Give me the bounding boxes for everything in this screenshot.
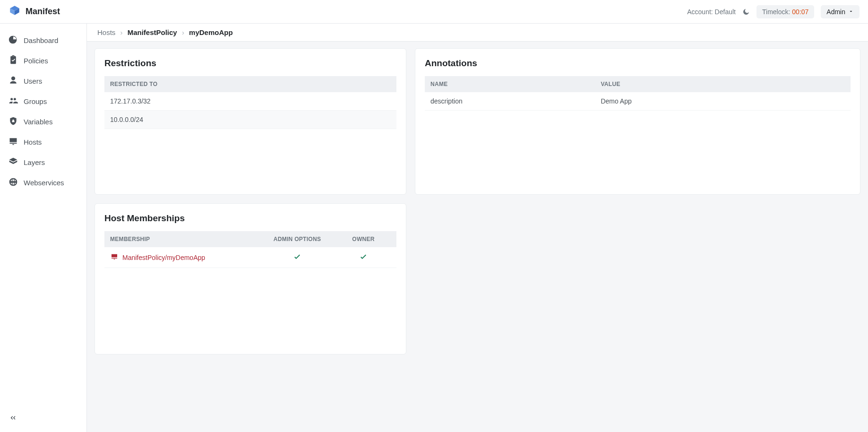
sidebar-item-label: Variables [24, 118, 52, 126]
annotations-table: NAME VALUE description Demo App [425, 76, 851, 111]
chevron-down-icon [848, 8, 854, 16]
check-icon [293, 255, 301, 262]
membership-label: ManifestPolicy/myDemoApp [122, 254, 205, 261]
topbar: Manifest Account: Default Timelock: 00:0… [0, 0, 868, 24]
sidebar-collapse-button[interactable] [0, 414, 86, 425]
memberships-table: MEMBERSHIP ADMIN OPTIONS OWNER ManifestP… [104, 231, 396, 268]
timelock-badge[interactable]: Timelock: 00:07 [756, 5, 814, 18]
sidebar-item-label: Groups [24, 97, 47, 105]
annotation-name: description [425, 92, 595, 111]
globe-icon [9, 177, 18, 188]
sidebar-item-groups[interactable]: Groups [0, 91, 86, 112]
table-row: 10.0.0.0/24 [104, 111, 396, 129]
table-header: MEMBERSHIP [104, 231, 264, 247]
table-header: NAME [425, 76, 595, 92]
theme-toggle[interactable] [742, 8, 750, 16]
account-label[interactable]: Account: Default [687, 8, 736, 16]
chevrons-left-icon [9, 416, 17, 423]
sidebar-item-users[interactable]: Users [0, 71, 86, 91]
table-row: ManifestPolicy/myDemoApp [104, 247, 396, 268]
chevron-right-icon: › [120, 28, 123, 36]
pie-chart-icon [9, 35, 18, 46]
desktop-icon [110, 253, 119, 262]
sidebar-item-hosts[interactable]: Hosts [0, 132, 86, 152]
shield-lock-icon [9, 116, 18, 127]
restriction-value: 10.0.0.0/24 [104, 111, 396, 129]
user-menu[interactable]: Admin [821, 5, 859, 18]
sidebar-item-label: Users [24, 77, 42, 85]
sidebar-item-layers[interactable]: Layers [0, 152, 86, 173]
sidebar-item-label: Hosts [24, 138, 42, 146]
annotations-card: Annotations NAME VALUE description Demo … [415, 48, 860, 195]
clipboard-check-icon [9, 55, 18, 66]
sidebar-item-webservices[interactable]: Webservices [0, 173, 86, 193]
host-memberships-card: Host Memberships MEMBERSHIP ADMIN OPTION… [95, 203, 406, 354]
timelock-label: Timelock: [762, 8, 792, 16]
card-title: Restrictions [104, 58, 396, 69]
chevron-right-icon: › [182, 28, 184, 36]
user-label: Admin [826, 8, 845, 16]
restrictions-table: RESTRICTED TO 172.17.0.3/32 10.0.0.0/24 [104, 76, 396, 129]
layers-icon [9, 157, 18, 168]
restriction-value: 172.17.0.3/32 [104, 92, 396, 111]
main: Hosts › ManifestPolicy › myDemoApp Restr… [87, 24, 868, 432]
breadcrumb: Hosts › ManifestPolicy › myDemoApp [87, 24, 868, 42]
table-header: ADMIN OPTIONS [264, 231, 330, 247]
card-title: Annotations [425, 58, 851, 69]
sidebar: Dashboard Policies Users Groups Variable… [0, 24, 87, 432]
sidebar-item-policies[interactable]: Policies [0, 51, 86, 71]
timelock-value: 00:07 [792, 8, 808, 16]
table-header: VALUE [595, 76, 851, 92]
topbar-right: Account: Default Timelock: 00:07 Admin [687, 5, 859, 18]
users-icon [9, 96, 18, 107]
table-header: RESTRICTED TO [104, 76, 396, 92]
desktop-icon [9, 137, 18, 147]
sidebar-item-variables[interactable]: Variables [0, 112, 86, 132]
brand[interactable]: Manifest [9, 5, 60, 18]
sidebar-item-label: Webservices [24, 179, 64, 187]
table-row: description Demo App [425, 92, 851, 111]
table-header: OWNER [330, 231, 396, 247]
breadcrumb-root[interactable]: Hosts [97, 28, 115, 36]
user-icon [9, 76, 18, 86]
brand-text: Manifest [26, 7, 60, 17]
membership-link[interactable]: ManifestPolicy/myDemoApp [110, 253, 205, 262]
sidebar-item-dashboard[interactable]: Dashboard [0, 30, 86, 51]
table-row: 172.17.0.3/32 [104, 92, 396, 111]
breadcrumb-leaf[interactable]: myDemoApp [189, 28, 233, 36]
breadcrumb-mid[interactable]: ManifestPolicy [128, 28, 177, 36]
sidebar-item-label: Dashboard [24, 36, 58, 44]
logo-icon [9, 5, 21, 18]
sidebar-item-label: Policies [24, 57, 48, 65]
check-icon [359, 255, 368, 262]
restrictions-card: Restrictions RESTRICTED TO 172.17.0.3/32… [95, 48, 406, 195]
sidebar-item-label: Layers [24, 158, 45, 166]
annotation-value: Demo App [595, 92, 851, 111]
card-title: Host Memberships [104, 213, 396, 224]
